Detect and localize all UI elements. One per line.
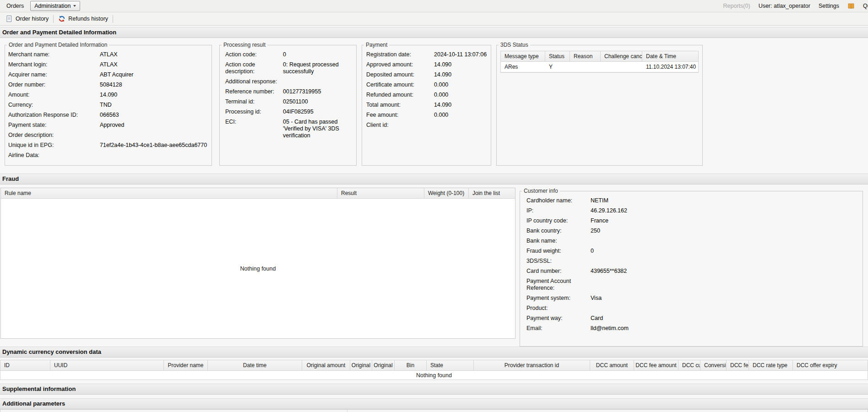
field-value: ABT Acquirer [100, 71, 208, 78]
reports-button[interactable]: Reports(0) [723, 3, 750, 9]
field-value: 066563 [100, 112, 208, 119]
orders-menu-button[interactable]: Orders [3, 1, 27, 11]
section-header-additional-params: Additional parameters [0, 398, 868, 409]
section-header-order-payment: Order and Payment Detailed Information [0, 27, 868, 38]
section-header-supplemental: Supplemental information [0, 384, 868, 395]
field-label: Additional response: [225, 78, 283, 85]
field-row: Payment Account Reference: [520, 276, 863, 293]
column-header-weight[interactable]: Weight (0-100) [424, 188, 469, 198]
field-value: 14.090 [434, 102, 487, 108]
field-value: 02501100 [283, 98, 353, 105]
column-header-dcc-rate-type[interactable]: DCC rate type [749, 360, 793, 370]
column-header-message-type[interactable]: Message type [501, 51, 545, 61]
field-row: Approved amount:14.090 [362, 60, 491, 70]
field-row: IP country code:France [520, 216, 863, 226]
field-value: 14.090 [100, 92, 208, 98]
field-value: 0: Request processed successfully [283, 61, 353, 75]
field-value [434, 122, 487, 129]
payment-legend: Payment [364, 42, 389, 48]
toolbar-separator [113, 15, 113, 23]
column-header-challenge-cancel[interactable]: Challenge cancel [601, 51, 642, 61]
field-value: France [591, 217, 859, 224]
quit-button[interactable]: Quit [863, 3, 868, 9]
column-header-status[interactable]: Status [545, 51, 570, 61]
column-header-dcc-fee[interactable]: DCC fee [727, 360, 749, 370]
fraud-empty-state: Nothing found [1, 199, 515, 338]
book-icon[interactable] [847, 2, 855, 10]
column-header-dcc-amount[interactable]: DCC amount [590, 360, 634, 370]
field-label: Action code description: [225, 61, 283, 75]
field-label: Terminal id: [225, 98, 283, 105]
field-value: NETIM [591, 197, 859, 204]
cell-status: Y [545, 62, 570, 72]
toolbar-separator [53, 15, 54, 23]
column-header-reason[interactable]: Reason [570, 51, 601, 61]
field-label: Total amount: [366, 102, 434, 108]
section-header-fraud: Fraud [0, 173, 868, 184]
payment-admin-page: Orders Administration Reports(0) User: a… [0, 0, 868, 412]
field-label: Payment system: [526, 295, 591, 302]
field-label: Unique id in EPG: [8, 142, 100, 149]
column-header-date-time[interactable]: Date & Time [642, 51, 698, 61]
field-row: Unique id in EPG:71ef2a4e-1b43-4ce1-b8ae… [5, 141, 212, 151]
column-header-dcc-offer-expiry[interactable]: DCC offer expiry [793, 360, 868, 370]
column-header-dcc-curr[interactable]: DCC curr [678, 360, 700, 370]
field-value: TND [100, 102, 208, 108]
field-row: Order description: [5, 130, 212, 141]
column-header-state[interactable]: State [427, 360, 474, 370]
field-value: 0.000 [434, 92, 487, 98]
column-header-rule-name[interactable]: Rule name [1, 188, 337, 198]
administration-menu-button[interactable]: Administration [30, 1, 80, 11]
field-label: ECI: [225, 119, 283, 139]
threeds-table-row[interactable]: ARes Y 11.10.2024 13:07:40 [501, 62, 698, 72]
field-row: Currency:TND [5, 100, 212, 110]
column-header-id[interactable]: ID [0, 360, 50, 370]
order-history-button[interactable]: Order history [2, 14, 52, 24]
customer-info-legend: Customer info [522, 188, 560, 194]
column-header-provider-name[interactable]: Provider name [164, 360, 208, 370]
settings-button[interactable]: Settings [819, 3, 839, 9]
field-label: Order description: [8, 132, 100, 139]
column-header-original-amount[interactable]: Original amount [302, 360, 350, 370]
toolbar-right-group: Reports(0) User: atlax_operator Settings… [723, 2, 868, 10]
field-label: Payment Account Reference: [526, 278, 591, 292]
column-header-value[interactable]: Value [347, 410, 868, 412]
cell-message-type: ARes [501, 62, 545, 72]
section-header-dcc: Dynamic currency conversion data [0, 347, 868, 358]
column-header-conversi[interactable]: Conversi [700, 360, 727, 370]
field-label: Processing id: [225, 108, 283, 115]
field-value: Visa [591, 295, 859, 302]
refresh-arrows-icon [58, 15, 65, 22]
column-header-result[interactable]: Result [337, 188, 424, 198]
field-row: Additional response: [220, 77, 356, 87]
field-value: 439655**6382 [591, 268, 859, 275]
column-header-date-time[interactable]: Date time [208, 360, 302, 370]
field-value: 05 - Card has passed 'Verified by VISA' … [283, 119, 353, 139]
column-header-provider-transaction-id[interactable]: Provider transaction id [474, 360, 590, 370]
params-table-header: Name Value [0, 409, 868, 412]
threeds-status-panel: 3DS Status Message type Status Reason Ch… [496, 42, 703, 166]
refunds-history-button[interactable]: Refunds history [55, 14, 111, 24]
dcc-empty-state: Nothing found [0, 371, 868, 380]
field-row: Payment way:Card [520, 314, 863, 324]
column-header-bin[interactable]: Bin [395, 360, 427, 370]
field-value: 0 [591, 248, 859, 255]
field-row: Order number:5084128 [5, 80, 212, 90]
field-row: Merchant login:ATLAX [5, 60, 212, 70]
field-row: IP:46.29.126.162 [520, 206, 863, 216]
column-header-uuid[interactable]: UUID [50, 360, 164, 370]
field-label: Product: [526, 305, 591, 312]
field-value: 0 [283, 51, 353, 58]
column-header-original-3[interactable]: Original [372, 360, 395, 370]
column-header-join-the-list[interactable]: Join the list [469, 188, 515, 198]
field-value: 2024-10-11 13:07:06 [434, 51, 487, 58]
field-value [283, 78, 353, 85]
history-toolbar: Order history Refunds history [0, 12, 868, 26]
column-header-name[interactable]: Name [0, 410, 347, 412]
field-value: 04IF082595 [283, 108, 353, 115]
field-row: Bank country:250 [520, 226, 863, 236]
field-label: Action code: [225, 51, 283, 58]
threeds-table: Message type Status Reason Challenge can… [500, 51, 699, 73]
column-header-original-2[interactable]: Original [350, 360, 372, 370]
column-header-dcc-fee-amount[interactable]: DCC fee amount [634, 360, 678, 370]
